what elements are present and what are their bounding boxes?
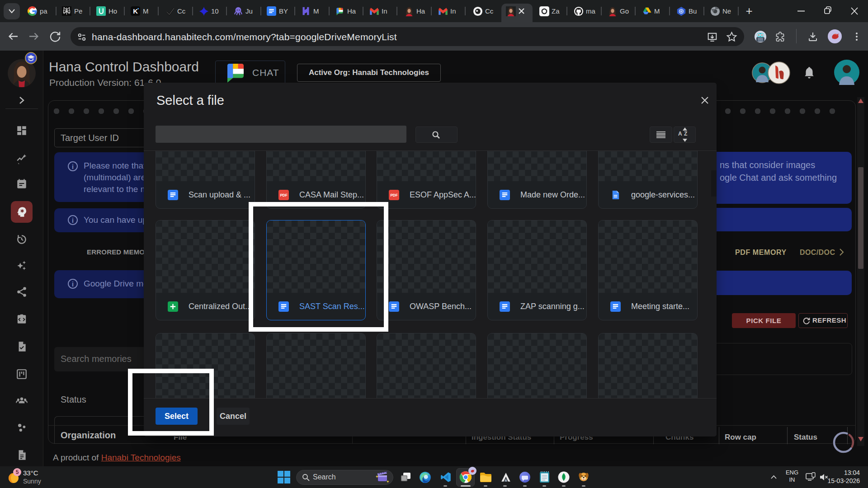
svg-text:PDF: PDF	[390, 193, 397, 197]
svg-text:K: K	[133, 8, 138, 15]
svg-text:PDF: PDF	[280, 193, 287, 197]
svg-text:✦: ✦	[386, 479, 390, 483]
